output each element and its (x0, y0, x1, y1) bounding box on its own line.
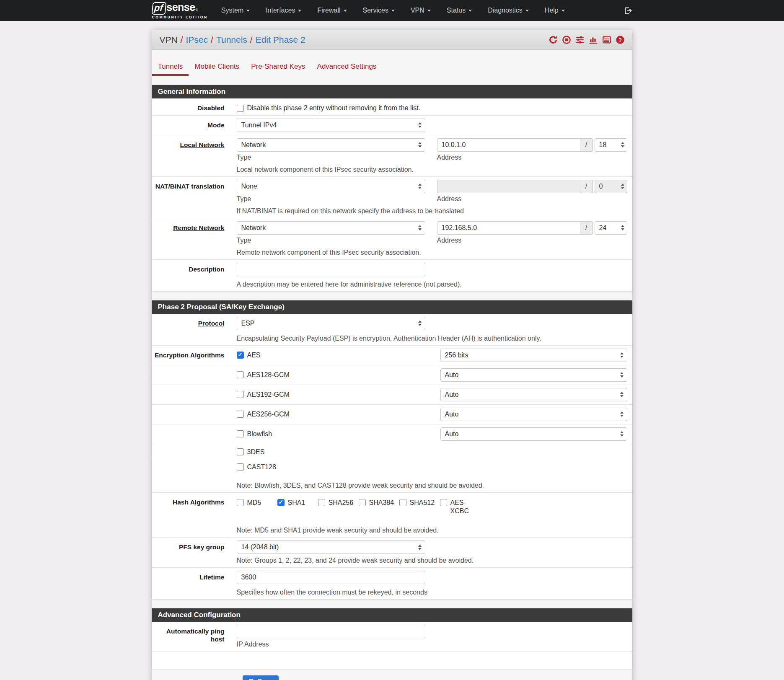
form-row-hash-algorithms: Hash Algorithms MD5 SHA1 (152, 492, 632, 538)
nav-item-vpn[interactable]: VPN (411, 7, 431, 14)
cast128-checkbox[interactable] (237, 463, 244, 471)
sliders-icon[interactable] (575, 35, 585, 44)
aes256gcm-checkbox[interactable] (237, 411, 244, 418)
select-value: Auto (445, 430, 459, 438)
select-value: Auto (445, 391, 459, 398)
algorithm-name: AES192-GCM (247, 391, 290, 398)
hash-note: Note: MD5 and SHA1 provide weak security… (237, 527, 627, 534)
protocol-select[interactable]: ESP (237, 317, 425, 330)
slash-separator: / (580, 180, 593, 193)
nav-item-system[interactable]: System (221, 7, 250, 14)
breadcrumb-current-page: Edit Phase 2 (256, 35, 305, 45)
blowfish-checkbox[interactable] (237, 430, 244, 437)
select-value: None (241, 183, 257, 190)
local-network-type-select[interactable]: Network (237, 138, 425, 152)
aes192gcm-keylen-select[interactable]: Auto (440, 388, 627, 401)
stepper-value: 18 (599, 141, 607, 149)
form-row-encryption-aes256gcm: AES256-GCM Auto (152, 404, 632, 424)
select-arrows-icon (418, 321, 422, 326)
aes128gcm-keylen-select[interactable]: Auto (440, 368, 627, 382)
form-row-remote-network: Remote Network Network / 24 (152, 218, 632, 259)
stop-icon[interactable] (562, 35, 571, 44)
type-caption: Type (237, 195, 437, 203)
sha384-checkbox[interactable] (359, 499, 366, 506)
aes-xcbc-checkbox[interactable] (440, 499, 447, 506)
nav-item-diagnostics[interactable]: Diagnostics (488, 7, 529, 14)
lifetime-input[interactable] (237, 571, 425, 584)
hash-option-sha384: SHA384 (359, 499, 399, 516)
field-label: Local Network (152, 138, 225, 149)
stepper-arrows-icon (621, 225, 624, 230)
page: pfsense® COMMUNITY EDITION System Interf… (0, 0, 784, 680)
remote-network-type-select[interactable]: Network (237, 221, 425, 235)
nav-item-status[interactable]: Status (447, 7, 472, 14)
local-network-address-input[interactable] (437, 138, 580, 152)
pfs-key-group-select[interactable]: 14 (2048 bit) (237, 540, 425, 554)
tab-pre-shared-keys[interactable]: Pre-Shared Keys (245, 60, 311, 76)
help-icon[interactable]: ? (616, 35, 625, 44)
logo-registered-mark: ® (196, 8, 198, 12)
chevron-down-icon (525, 10, 529, 12)
mode-select[interactable]: Tunnel IPv4 (237, 119, 425, 132)
select-arrows-icon (418, 545, 422, 550)
3des-checkbox[interactable] (237, 448, 244, 455)
address-caption: Address (437, 195, 462, 203)
aes128gcm-checkbox[interactable] (237, 371, 244, 378)
stepper-arrows-icon (621, 142, 624, 147)
bar-chart-icon[interactable] (589, 35, 598, 44)
md5-checkbox[interactable] (237, 499, 244, 506)
nat-type-select[interactable]: None (237, 180, 425, 193)
disabled-checkbox[interactable] (237, 105, 244, 112)
sha256-checkbox[interactable] (318, 499, 325, 506)
sha512-checkbox[interactable] (399, 499, 406, 506)
breadcrumb-link-ipsec[interactable]: IPsec (186, 35, 208, 45)
aes-checkbox[interactable] (237, 352, 244, 359)
slash-separator: / (580, 221, 593, 235)
content-container: VPN / IPsec / Tunnels / Edit Phase 2 (152, 30, 632, 680)
tab-tunnels[interactable]: Tunnels (152, 60, 189, 76)
ping-host-input[interactable] (237, 625, 425, 638)
blowfish-keylen-select[interactable]: Auto (440, 427, 627, 441)
nav-item-firewall[interactable]: Firewall (317, 7, 347, 14)
algorithm-name: CAST128 (247, 463, 276, 471)
algorithm-name: 3DES (247, 448, 265, 456)
pfsense-logo[interactable]: pfsense® COMMUNITY EDITION (152, 2, 208, 19)
form-row-pfs-key-group: PFS key group 14 (2048 bit) Note: Groups… (152, 537, 632, 567)
form-row-encryption-aes128gcm: AES128-GCM Auto (152, 365, 632, 385)
chevron-down-icon (298, 10, 301, 12)
field-label: Remote Network (152, 221, 225, 232)
nav-item-services[interactable]: Services (363, 7, 395, 14)
ip-address-caption: IP Address (237, 641, 269, 648)
algorithm-name: AES256-GCM (247, 411, 290, 418)
form-row-encryption-aes: Encryption Algorithms AES 256 bits (152, 345, 632, 365)
refresh-icon[interactable] (549, 35, 558, 44)
aes-keylen-select[interactable]: 256 bits (440, 349, 627, 362)
select-value: 14 (2048 bit) (241, 543, 279, 551)
nav-item-help[interactable]: Help (545, 7, 565, 14)
form-row-protocol: Protocol ESP Encapsulating Security Payl… (152, 314, 632, 345)
nav-item-interfaces[interactable]: Interfaces (266, 7, 301, 14)
field-help: Encapsulating Security Payload (ESP) is … (237, 335, 627, 342)
local-network-prefix-stepper[interactable]: 18 (595, 138, 627, 152)
tab-advanced-settings[interactable]: Advanced Settings (311, 60, 383, 76)
table-icon[interactable] (602, 35, 611, 44)
aes192gcm-checkbox[interactable] (237, 391, 244, 398)
sign-out-icon[interactable] (624, 6, 632, 15)
remote-network-prefix-stepper[interactable]: 24 (595, 221, 627, 235)
remote-network-address-input[interactable] (437, 221, 580, 235)
panel-title: Advanced Configuration (152, 608, 632, 622)
description-input[interactable] (237, 263, 425, 276)
select-value: Tunnel IPv4 (241, 122, 277, 129)
field-label: Lifetime (152, 571, 225, 582)
field-label: Hash Algorithms (152, 496, 225, 507)
aes256gcm-keylen-select[interactable]: Auto (440, 408, 627, 421)
svg-text:?: ? (618, 37, 622, 43)
tab-mobile-clients[interactable]: Mobile Clients (189, 60, 245, 76)
select-value: Auto (445, 411, 459, 418)
breadcrumb-link-tunnels[interactable]: Tunnels (216, 35, 247, 45)
sha1-checkbox[interactable] (277, 499, 285, 506)
panel-general-information: General Information Disabled Disable thi… (152, 85, 632, 291)
breadcrumb: VPN / IPsec / Tunnels / Edit Phase 2 (160, 35, 305, 45)
save-button[interactable]: Save (243, 675, 279, 680)
select-arrows-icon (418, 225, 422, 230)
